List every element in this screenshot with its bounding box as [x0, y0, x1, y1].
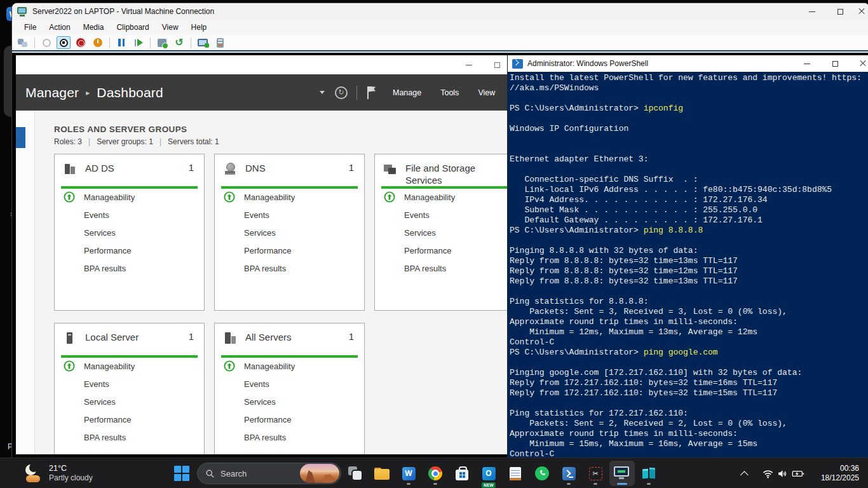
role-card-item[interactable]: Manageability	[215, 357, 364, 375]
breadcrumb-server-manager[interactable]: Manager	[25, 85, 79, 100]
ctrl-alt-delete-button[interactable]	[16, 36, 30, 49]
role-card-item[interactable]: BPA results	[215, 259, 364, 277]
refresh-icon[interactable]: ↻	[335, 86, 348, 99]
sm-menu-manage[interactable]: Manage	[393, 88, 421, 97]
search-input[interactable]	[220, 469, 284, 478]
role-card-item[interactable]: BPA results	[375, 259, 518, 277]
vm-menu-item[interactable]: File	[18, 21, 42, 34]
hyper-v-manager-icon	[642, 466, 656, 480]
server-manager-header: Manager ▸ Dashboard ↻ Manage Tools View	[16, 74, 518, 111]
breadcrumb-dashboard[interactable]: Dashboard	[97, 85, 163, 100]
role-card-item[interactable]: BPA results	[55, 259, 204, 277]
taskbar-outlook[interactable]: O NEW	[476, 461, 501, 486]
taskbar-snipping-tool[interactable]: ✂	[583, 461, 608, 486]
role-card-item[interactable]: Events	[215, 206, 364, 224]
vm-close-button[interactable]	[854, 3, 868, 20]
manageability-status-icon	[64, 191, 75, 203]
taskbar-powershell[interactable]	[556, 461, 581, 486]
role-card-item[interactable]: Manageability	[215, 188, 364, 206]
role-card-item[interactable]: Performance	[55, 241, 204, 259]
vm-menu-item[interactable]: Help	[186, 21, 213, 34]
role-card-item[interactable]: Performance	[375, 241, 518, 259]
notifications-flag-icon[interactable]	[366, 86, 376, 99]
shut-down-vm-button[interactable]	[74, 36, 88, 49]
role-card-item[interactable]: Services	[375, 224, 518, 241]
save-vm-button[interactable]	[91, 36, 105, 49]
turn-off-vm-button[interactable]	[57, 36, 71, 49]
role-icon	[64, 332, 76, 344]
ps-close-button[interactable]	[849, 55, 868, 72]
ps-maximize-button[interactable]	[821, 55, 849, 72]
powershell-console[interactable]: Install the latest PowerShell for new fe…	[508, 72, 868, 486]
taskbar-whatsapp[interactable]	[529, 461, 555, 486]
role-card-item[interactable]: Services	[215, 393, 364, 410]
role-card-item[interactable]: Manageability	[375, 188, 518, 206]
role-card-title[interactable]: File and Storage Services	[405, 162, 494, 186]
role-card-title[interactable]: Local Server	[85, 331, 174, 344]
role-card-item[interactable]: Manageability	[55, 357, 204, 375]
role-card-title[interactable]: All Servers	[245, 331, 334, 344]
sm-left-nav[interactable]	[16, 111, 35, 454]
taskbar-notepad[interactable]	[503, 461, 528, 486]
tray-chevron-up-icon[interactable]	[740, 471, 749, 479]
role-card-item[interactable]: Performance	[215, 241, 364, 259]
sm-minimize-button[interactable]	[458, 55, 480, 74]
vm-menu-item[interactable]: Clipboard	[111, 21, 154, 34]
role-card-item[interactable]: Services	[55, 224, 204, 241]
start-button[interactable]	[169, 461, 194, 486]
role-card-item[interactable]: Events	[375, 206, 518, 224]
vm-menu-item[interactable]: Action	[43, 21, 76, 34]
vm-menu-item[interactable]: Media	[78, 21, 110, 34]
vm-settings-button[interactable]	[213, 36, 227, 49]
role-card-item[interactable]: BPA results	[215, 428, 364, 446]
role-card-item[interactable]: BPA results	[55, 428, 204, 446]
whatsapp-icon	[535, 466, 549, 480]
resume-vm-button[interactable]	[132, 36, 146, 49]
manageability-status-icon	[224, 414, 235, 425]
revert-button[interactable]: ↺	[172, 36, 186, 49]
role-card-count: 1	[349, 162, 354, 173]
role-card-item[interactable]: Services	[55, 393, 204, 410]
role-card-item[interactable]: Events	[55, 206, 204, 224]
role-card-title[interactable]: DNS	[245, 162, 334, 175]
taskbar-microsoft-store[interactable]	[449, 461, 475, 486]
sm-maximize-button[interactable]	[486, 55, 508, 74]
sm-menu-view[interactable]: View	[478, 88, 495, 97]
start-vm-button[interactable]	[39, 36, 53, 49]
taskbar-vm-connection[interactable]	[609, 461, 635, 486]
role-card-title[interactable]: AD DS	[85, 162, 174, 175]
taskbar-word[interactable]: W	[396, 461, 421, 486]
role-card-item-label: Performance	[244, 246, 291, 255]
role-card-item[interactable]: Services	[215, 224, 364, 241]
role-card-item[interactable]: Events	[215, 375, 364, 393]
role-card-item[interactable]: Performance	[55, 410, 204, 428]
manageability-status-icon	[64, 360, 75, 372]
role-card-item[interactable]: Events	[55, 375, 204, 393]
vm-maximize-button[interactable]	[826, 3, 854, 20]
taskbar-task-view[interactable]	[342, 461, 368, 486]
enhanced-session-button[interactable]	[196, 36, 210, 49]
taskbar-hyper-v-manager[interactable]	[636, 461, 661, 486]
taskbar-chrome[interactable]	[423, 461, 448, 486]
vm-minimize-button[interactable]	[798, 3, 826, 20]
checkpoint-button[interactable]	[155, 36, 169, 49]
weather-widget[interactable]: 21°C Partly cloudy	[19, 461, 98, 486]
tray-status-icons[interactable]	[759, 465, 808, 482]
role-card-item[interactable]: Manageability	[55, 188, 204, 206]
ps-minimize-button[interactable]	[793, 55, 821, 72]
manageability-status-icon	[384, 191, 395, 203]
search-box[interactable]	[197, 463, 341, 484]
pause-vm-button[interactable]	[114, 36, 128, 49]
role-card-item[interactable]: Performance	[215, 410, 364, 428]
role-card-item-label: Manageability	[84, 362, 135, 371]
microsoft-store-icon	[456, 466, 468, 480]
vm-menu-item[interactable]: View	[156, 21, 184, 34]
chevron-down-icon[interactable]	[320, 91, 325, 94]
bing-daily-image[interactable]	[300, 464, 339, 483]
windows-logo-icon	[174, 466, 189, 481]
taskbar-file-explorer[interactable]	[369, 461, 395, 486]
role-card-item-label: Performance	[244, 415, 291, 424]
role-card-item-label: Performance	[404, 246, 451, 255]
sm-menu-tools[interactable]: Tools	[440, 88, 459, 97]
tray-clock[interactable]: 00:36 18/12/2025	[817, 462, 863, 485]
